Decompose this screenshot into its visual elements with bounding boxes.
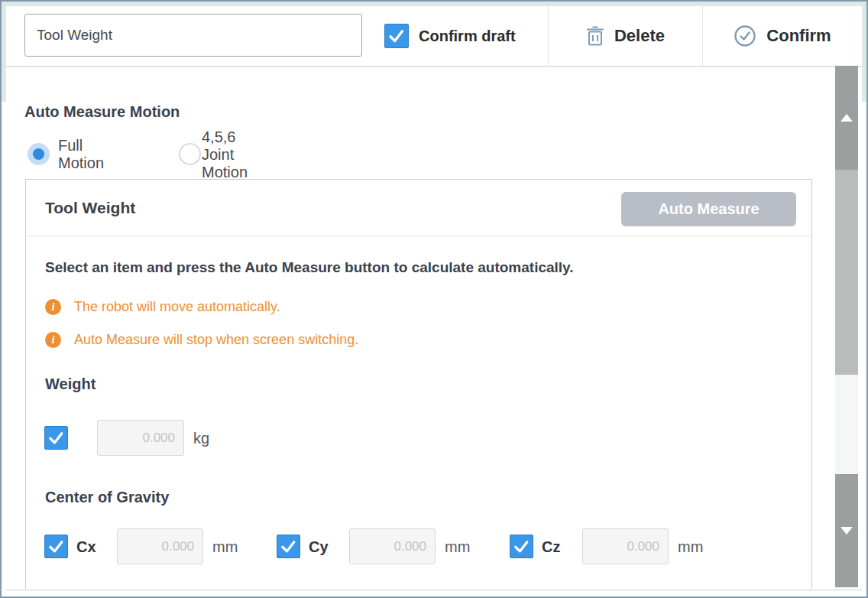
cz-input[interactable] [582,528,669,564]
radio-456-joint-motion[interactable] [179,143,201,165]
panel-title: Tool Weight [45,180,135,236]
instruction-text: Select an item and press the Auto Measur… [45,259,574,276]
cx-input[interactable] [117,528,203,564]
weight-checkbox[interactable] [44,426,68,450]
arrow-down-icon [840,527,853,535]
cz-unit-label: mm [678,528,703,565]
confirm-draft-label: Confirm draft [419,6,516,66]
panel-header: Tool Weight Auto Measure [26,180,811,236]
auto-measure-button[interactable]: Auto Measure [621,192,796,226]
warning-text: Auto Measure will stop when screen switc… [74,332,358,348]
trash-icon [586,26,604,47]
weight-field-row: kg [44,420,350,457]
check-icon [47,538,65,555]
circle-check-icon [734,24,756,47]
top-toolbar: Confirm draft Delete Confirm [6,6,862,66]
tool-weight-panel: Tool Weight Auto Measure Select an item … [25,179,812,589]
cz-checkbox[interactable] [510,535,533,558]
weight-section-title: Weight [45,375,96,393]
confirm-draft-checkbox[interactable] [384,24,409,48]
delete-button-label: Delete [614,26,665,46]
cy-checkbox[interactable] [277,535,300,558]
radio-full-motion[interactable] [28,143,50,165]
scroll-down-button[interactable] [835,474,858,587]
cz-label: Cz [542,528,560,565]
cx-checkbox[interactable] [44,535,68,558]
arrow-up-icon [840,114,853,122]
info-icon: i [45,332,61,348]
weight-unit-label: kg [193,420,209,457]
center-of-gravity-title: Center of Gravity [45,489,169,506]
vertical-scrollbar [835,66,858,587]
scrollbar-thumb[interactable] [835,170,858,375]
check-icon [280,538,297,555]
cx-label: Cx [76,528,96,565]
scrollbar-track[interactable] [835,375,858,474]
confirm-button-label: Confirm [766,26,831,46]
auto-measure-motion-title: Auto Measure Motion [24,103,180,121]
confirm-button[interactable]: Confirm [702,6,862,66]
check-icon [513,538,530,555]
center-of-gravity-row: Cx mm Cy mm Cz [26,528,811,565]
weight-input[interactable] [97,420,184,456]
cx-unit-label: mm [212,528,238,565]
radio-full-motion-label[interactable]: Full Motion [58,143,104,166]
check-icon [387,27,405,44]
cy-label: Cy [309,528,329,565]
warning-row: i Auto Measure will stop when screen swi… [45,330,358,349]
info-icon: i [45,299,61,315]
scroll-up-button[interactable] [835,66,858,170]
check-icon [47,429,65,447]
cy-unit-label: mm [445,528,470,565]
warning-text: The robot will move automatically. [74,299,280,315]
warning-row: i The robot will move automatically. [45,297,280,316]
tool-weight-window: Confirm draft Delete Confirm Auto [0,0,868,598]
tool-name-input[interactable] [24,14,362,57]
radio-456-joint-motion-label[interactable]: 4,5,6 Joint Motion [202,143,248,166]
cy-input[interactable] [349,528,436,564]
delete-button[interactable]: Delete [548,6,702,66]
